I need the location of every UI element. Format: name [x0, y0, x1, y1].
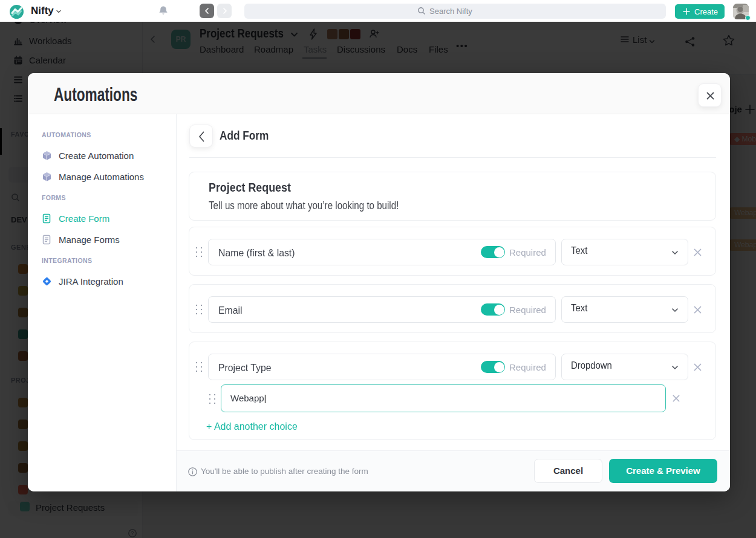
svg-text:?: ?	[131, 530, 134, 536]
